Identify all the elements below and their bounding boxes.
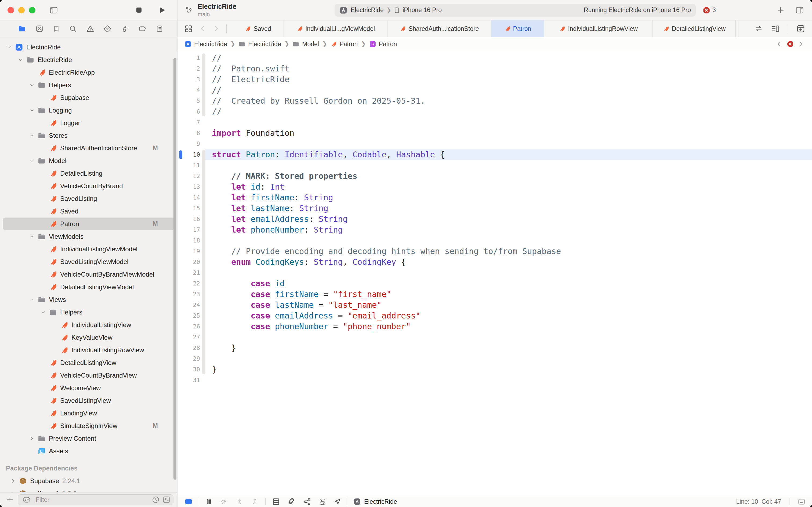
- line-number[interactable]: 13: [182, 181, 200, 192]
- step-over-icon[interactable]: [220, 498, 228, 505]
- code-line-5[interactable]: 5// Created by Russell Gordon on 2025-05…: [177, 96, 812, 106]
- line-number[interactable]: 30: [182, 364, 200, 375]
- line-number[interactable]: 25: [182, 311, 200, 321]
- tree-item-helpers[interactable]: Helpers: [0, 79, 177, 91]
- project-navigator-icon[interactable]: [18, 25, 26, 33]
- code-line-4[interactable]: 4//: [177, 85, 812, 96]
- test-navigator-icon[interactable]: [103, 25, 111, 33]
- code-line-12[interactable]: 12 // MARK: Stored properties: [177, 171, 812, 181]
- line-number[interactable]: 7: [182, 117, 200, 128]
- editor-tab-saved[interactable]: Saved: [736, 20, 738, 37]
- line-number[interactable]: 4: [182, 85, 200, 96]
- disclosure-open-icon[interactable]: [27, 158, 37, 164]
- tree-item-detailedlisting[interactable]: DetailedListing: [0, 167, 177, 180]
- code-line-29[interactable]: 29: [177, 353, 812, 364]
- code-line-19[interactable]: 19 // Provide encoding and decoding hint…: [177, 246, 812, 257]
- editor-tab-detailedlistingview[interactable]: DetailedListingView: [653, 20, 736, 37]
- add-file-button[interactable]: [6, 496, 14, 504]
- package-item-swift-asn1[interactable]: swift-asn11.3.2: [0, 487, 177, 492]
- disclosure-closed-icon[interactable]: [27, 436, 37, 441]
- tree-item-logger[interactable]: Logger: [0, 117, 177, 129]
- toggle-left-sidebar-icon[interactable]: [49, 6, 59, 14]
- tree-item-simulatesigninview[interactable]: SimulateSignInViewM: [0, 419, 177, 432]
- step-into-icon[interactable]: [235, 498, 243, 505]
- line-number[interactable]: 21: [182, 268, 200, 278]
- run-destination[interactable]: iPhone 16 Pro: [403, 6, 442, 14]
- editor-tab-saved[interactable]: Saved: [232, 20, 284, 37]
- code-line-17[interactable]: 17 let phoneNumber: String: [177, 225, 812, 235]
- disclosure-open-icon[interactable]: [27, 82, 37, 88]
- code-line-26[interactable]: 26 case phoneNumber = "phone_number": [177, 321, 812, 332]
- line-number[interactable]: 26: [182, 321, 200, 332]
- code-line-15[interactable]: 15 let lastName: String: [177, 203, 812, 214]
- line-number[interactable]: 6: [182, 106, 200, 117]
- scheme-selector[interactable]: ElectricRide ❯ iPhone 16 Pro Running Ele…: [335, 4, 696, 17]
- tree-item-saved[interactable]: Saved: [0, 205, 177, 218]
- environment-overrides-icon[interactable]: [319, 498, 326, 506]
- issue-navigator-icon[interactable]: [86, 25, 94, 33]
- stop-button[interactable]: [135, 6, 142, 14]
- disclosure-open-icon[interactable]: [27, 297, 37, 302]
- breadcrumb-item-patron[interactable]: Patron: [330, 41, 358, 48]
- line-number[interactable]: 29: [182, 353, 200, 364]
- zoom-window-button[interactable]: [29, 7, 36, 13]
- disclosure-open-icon[interactable]: [16, 57, 25, 63]
- line-number[interactable]: 8: [182, 128, 200, 138]
- code-line-25[interactable]: 25 case emailAddress = "email_address": [177, 311, 812, 321]
- tree-item-sharedauthenticationstore[interactable]: SharedAuthenticationStoreM: [0, 142, 177, 154]
- tree-item-savedlistingviewmodel[interactable]: SavedListingViewModel: [0, 256, 177, 268]
- minimize-window-button[interactable]: [18, 7, 25, 13]
- disclosure-closed-icon[interactable]: [9, 478, 18, 484]
- disclosure-open-icon[interactable]: [27, 108, 37, 113]
- recent-files-clock-icon[interactable]: [152, 496, 160, 504]
- go-forward-icon[interactable]: [213, 25, 219, 33]
- breadcrumb-item-electricride[interactable]: ElectricRide: [184, 41, 227, 48]
- sidebar-scrollbar[interactable]: [173, 58, 176, 480]
- simulate-location-icon[interactable]: [334, 498, 341, 505]
- breadcrumb-item-electricride[interactable]: ElectricRide: [238, 41, 281, 48]
- editor-tab-sharedauth-icationstore[interactable]: SharedAuth...icationStore: [388, 20, 491, 37]
- tree-item-electricride[interactable]: ElectricRide: [0, 41, 177, 53]
- code-line-18[interactable]: 18: [177, 235, 812, 246]
- tree-item-viewmodels[interactable]: ViewModels: [0, 230, 177, 243]
- code-line-9[interactable]: 9: [177, 138, 812, 149]
- tree-item-keyvalueview[interactable]: KeyValueView: [0, 331, 177, 344]
- code-line-6[interactable]: 6//: [177, 106, 812, 117]
- code-line-3[interactable]: 3// ElectricRide: [177, 74, 812, 85]
- line-number[interactable]: 12: [182, 171, 200, 181]
- tree-item-detailedlistingviewmodel[interactable]: DetailedListingViewModel: [0, 281, 177, 293]
- report-navigator-icon[interactable]: [156, 25, 163, 33]
- breadcrumb-item-patron[interactable]: SPatron: [369, 41, 397, 48]
- tree-item-logging[interactable]: Logging: [0, 104, 177, 117]
- code-line-24[interactable]: 24 case lastName = "last_name": [177, 300, 812, 311]
- line-number[interactable]: 11: [182, 160, 200, 171]
- line-number[interactable]: 1: [182, 53, 200, 63]
- disclosure-open-icon[interactable]: [27, 234, 37, 239]
- line-number[interactable]: 17: [182, 225, 200, 235]
- tree-item-welcomeview[interactable]: WelcomeView: [0, 382, 177, 394]
- adjust-editor-options-icon[interactable]: [771, 24, 780, 33]
- issue-badge-icon[interactable]: [787, 41, 794, 48]
- tree-item-individuallistingviewmodel[interactable]: IndividualListingViewModel: [0, 243, 177, 256]
- package-item-supabase[interactable]: Supabase2.24.1: [0, 474, 177, 487]
- tree-item-supabase[interactable]: Supabase: [0, 91, 177, 104]
- toggle-right-inspector-icon[interactable]: [795, 6, 805, 14]
- code-line-8[interactable]: 8import Foundation: [177, 128, 812, 138]
- line-number[interactable]: 23: [182, 289, 200, 300]
- debug-navigator-icon[interactable]: [121, 25, 129, 33]
- go-back-icon[interactable]: [199, 25, 206, 33]
- disclosure-open-icon[interactable]: [39, 309, 48, 315]
- split-editor-icon[interactable]: [797, 24, 805, 33]
- line-number[interactable]: 27: [182, 332, 200, 343]
- disclosure-closed-icon[interactable]: [9, 491, 18, 493]
- disclosure-open-icon[interactable]: [5, 45, 14, 50]
- add-editor-plus-icon[interactable]: [776, 6, 785, 14]
- code-line-7[interactable]: 7: [177, 117, 812, 128]
- swap-editor-icon[interactable]: [754, 25, 763, 33]
- line-number[interactable]: 15: [182, 203, 200, 214]
- source-control-filter-icon[interactable]: [163, 496, 171, 504]
- view-hierarchy-icon[interactable]: [272, 498, 280, 506]
- tree-item-individuallistingview[interactable]: IndividualListingView: [0, 319, 177, 331]
- toggle-bottom-panel-icon[interactable]: [798, 498, 806, 505]
- tree-item-vehiclecountbybrand[interactable]: VehicleCountByBrand: [0, 180, 177, 192]
